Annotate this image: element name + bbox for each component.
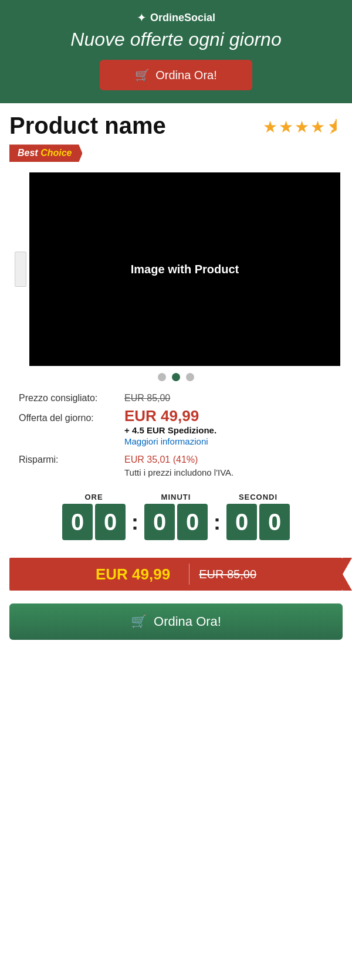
star-4: ★ bbox=[310, 117, 325, 137]
pricing-offer-col: EUR 49,99 + 4.5 EUR Spedizione. Maggiori… bbox=[124, 407, 216, 451]
logo-text: OrdineSocial bbox=[150, 12, 215, 24]
price-ribbon: EUR 49,99 EUR 85,00 bbox=[9, 558, 343, 591]
countdown-seconds-d1: 0 bbox=[226, 504, 257, 540]
pricing-savings-col: EUR 35,01 (41%) Tutti i prezzi includono… bbox=[124, 455, 233, 477]
header-tagline: Nuove offerte ogni giorno bbox=[12, 28, 340, 50]
pricing-shipping-info-link[interactable]: Maggiori informazioni bbox=[124, 436, 216, 446]
pricing-label-original: Prezzo consigliato: bbox=[19, 393, 124, 403]
carousel-section: Image with Product bbox=[9, 172, 343, 366]
pricing-row-savings: Risparmi: EUR 35,01 (41%) Tutti i prezzi… bbox=[19, 455, 333, 477]
pricing-shipping: + 4.5 EUR Spedizione. bbox=[124, 425, 216, 435]
countdown-minutes-digits: 0 0 bbox=[144, 504, 208, 540]
header-banner: ✦ OrdineSocial Nuove offerte ogni giorno… bbox=[0, 0, 352, 103]
star-3: ★ bbox=[295, 117, 309, 137]
countdown-minutes-d2: 0 bbox=[177, 504, 208, 540]
countdown-seconds-label: SECONDI bbox=[239, 493, 277, 501]
image-placeholder-text: Image with Product bbox=[131, 263, 239, 276]
countdown-minutes: MINUTI 0 0 bbox=[144, 493, 208, 540]
pricing-row-original: Prezzo consigliato: EUR 85,00 bbox=[19, 393, 333, 403]
header-cta-label: Ordina Ora! bbox=[155, 69, 216, 82]
dot-3[interactable] bbox=[186, 373, 194, 381]
pricing-savings-amount: EUR 35,01 (41%) bbox=[124, 455, 233, 465]
countdown-hours: ORE 0 0 bbox=[62, 493, 126, 540]
ribbon-new-price: EUR 49,99 bbox=[96, 565, 180, 584]
badge-regular-text: Best bbox=[18, 148, 40, 158]
order-btn-label: Ordina Ora! bbox=[154, 614, 221, 629]
pricing-row-offer: Offerta del giorno: EUR 49,99 + 4.5 EUR … bbox=[19, 407, 333, 451]
pricing-offer-price: EUR 49,99 bbox=[124, 407, 216, 425]
thumbnail-1[interactable] bbox=[15, 252, 26, 287]
ribbon-divider bbox=[189, 564, 189, 585]
pricing-label-offer: Offerta del giorno: bbox=[19, 413, 124, 423]
logo-container: ✦ OrdineSocial bbox=[12, 11, 340, 25]
header-cta-icon: 🛒 bbox=[135, 68, 150, 82]
carousel-main-image: Image with Product bbox=[29, 172, 340, 366]
badge-highlight-text: Choice bbox=[40, 148, 72, 158]
countdown-minutes-d1: 0 bbox=[144, 504, 175, 540]
logo-icon: ✦ bbox=[137, 11, 147, 25]
order-now-button[interactable]: 🛒 Ordina Ora! bbox=[9, 603, 343, 640]
countdown-hours-d2: 0 bbox=[95, 504, 126, 540]
product-name: Product name bbox=[9, 113, 166, 138]
dot-2[interactable] bbox=[172, 373, 180, 381]
order-btn-icon: 🛒 bbox=[131, 614, 147, 629]
star-2: ★ bbox=[279, 117, 293, 137]
ribbon-old-price: EUR 85,00 bbox=[199, 568, 256, 581]
product-header: Product name ★ ★ ★ ★ ⯨ bbox=[9, 113, 343, 138]
star-1: ★ bbox=[263, 117, 277, 137]
countdown-seconds-digits: 0 0 bbox=[226, 504, 290, 540]
carousel-thumbnails bbox=[12, 249, 29, 289]
star-rating: ★ ★ ★ ★ ⯨ bbox=[263, 117, 343, 137]
pricing-vat-text: Tutti i prezzi includono l'IVA. bbox=[124, 467, 233, 477]
star-half: ⯨ bbox=[326, 117, 343, 137]
countdown-hours-label: ORE bbox=[84, 493, 103, 501]
countdown-section: ORE 0 0 : MINUTI 0 0 : SECONDI 0 0 bbox=[9, 481, 343, 552]
pricing-label-savings: Risparmi: bbox=[19, 455, 124, 465]
best-choice-badge: Best Choice bbox=[9, 144, 82, 162]
pricing-original-price: EUR 85,00 bbox=[124, 393, 170, 403]
countdown-seconds: SECONDI 0 0 bbox=[226, 493, 290, 540]
countdown-hours-d1: 0 bbox=[62, 504, 93, 540]
countdown-minutes-label: MINUTI bbox=[161, 493, 191, 501]
header-cta-button[interactable]: 🛒 Ordina Ora! bbox=[100, 60, 252, 90]
countdown-colon-1: : bbox=[131, 510, 138, 535]
order-button-section: 🛒 Ordina Ora! bbox=[0, 596, 352, 654]
pricing-section: Prezzo consigliato: EUR 85,00 Offerta de… bbox=[9, 393, 343, 477]
product-section: Product name ★ ★ ★ ★ ⯨ Best Choice Image… bbox=[0, 103, 352, 552]
dot-1[interactable] bbox=[158, 373, 166, 381]
countdown-seconds-d2: 0 bbox=[259, 504, 290, 540]
countdown-colon-2: : bbox=[214, 510, 221, 535]
carousel-dots bbox=[9, 373, 343, 381]
countdown-hours-digits: 0 0 bbox=[62, 504, 126, 540]
